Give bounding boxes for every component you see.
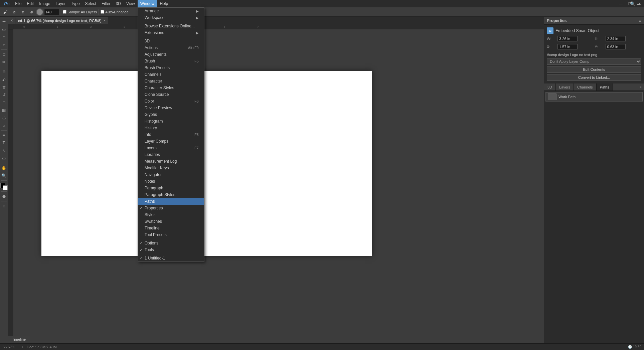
- convert-linked-button[interactable]: Convert to Linked...: [547, 74, 641, 81]
- menu-edit[interactable]: Edit: [24, 0, 36, 7]
- hand-tool[interactable]: ✋: [0, 164, 8, 172]
- dd-workspace[interactable]: Workspace ▶: [138, 14, 204, 21]
- ruler-corner: [8, 24, 13, 29]
- menu-type[interactable]: Type: [68, 0, 83, 7]
- dd-clone-source[interactable]: Clone Source: [138, 91, 204, 98]
- dd-device-preview[interactable]: Device Preview: [138, 105, 204, 111]
- shape-tool[interactable]: ▭: [0, 155, 8, 162]
- eraser-tool[interactable]: ◻: [0, 99, 8, 106]
- dd-character-styles[interactable]: Character Styles: [138, 84, 204, 91]
- dd-adjustments[interactable]: Adjustments: [138, 51, 204, 58]
- dd-extensions[interactable]: Extensions ▶: [138, 29, 204, 36]
- marquee-tool[interactable]: ▭: [0, 26, 8, 33]
- pen-tool[interactable]: ✒: [0, 132, 8, 139]
- dd-actions[interactable]: Actions Alt+F9: [138, 44, 204, 51]
- menu-view[interactable]: View: [124, 0, 138, 7]
- menu-image[interactable]: Image: [36, 0, 53, 7]
- lasso-tool[interactable]: ⊂: [0, 33, 8, 41]
- tool-separator6: [1, 191, 7, 192]
- dd-color[interactable]: Color F6: [138, 98, 204, 105]
- document-tab[interactable]: ed-1 @ 66.7% (thump design Logo no text,…: [15, 17, 108, 24]
- eyedropper-tool[interactable]: ✏: [0, 58, 8, 66]
- type-tool[interactable]: T: [0, 139, 8, 147]
- dd-info[interactable]: Info F8: [138, 131, 204, 138]
- dodge-tool[interactable]: ○: [0, 122, 8, 129]
- brush-tool[interactable]: 🖌: [0, 76, 8, 83]
- menu-file[interactable]: File: [12, 0, 24, 7]
- brush-color-swatch[interactable]: [36, 8, 43, 16]
- dd-untitled-1[interactable]: ✓ 1 Untitled-1: [138, 255, 204, 261]
- layer-comp-select[interactable]: Don't Apply Layer Comp: [547, 58, 641, 65]
- dd-measurement-log[interactable]: Measurement Log: [138, 158, 204, 165]
- dd-timeline[interactable]: Timeline: [138, 225, 204, 231]
- dd-options[interactable]: ✓ Options: [138, 240, 204, 246]
- menu-select[interactable]: Select: [83, 0, 99, 7]
- dd-styles[interactable]: Styles: [138, 211, 204, 218]
- dd-browse-extensions[interactable]: Browse Extensions Online...: [138, 23, 204, 29]
- clone-stamp-tool[interactable]: ✿: [0, 83, 8, 91]
- move-tool[interactable]: ✛: [0, 18, 8, 25]
- tab-paths[interactable]: Paths: [597, 83, 613, 91]
- healing-brush-tool[interactable]: ⊕: [0, 68, 8, 75]
- dd-paragraph[interactable]: Paragraph: [138, 185, 204, 191]
- menu-layer[interactable]: Layer: [53, 0, 68, 7]
- tab-close-btn[interactable]: ×: [104, 19, 106, 22]
- svg-text:1: 1: [57, 25, 58, 28]
- quick-mask-tool[interactable]: ⬤: [0, 193, 8, 200]
- menu-help[interactable]: Help: [157, 0, 171, 7]
- dd-channels[interactable]: Channels: [138, 71, 204, 78]
- dd-brush[interactable]: Brush F5: [138, 58, 204, 64]
- tab-layers[interactable]: Layers: [556, 83, 574, 91]
- dd-history[interactable]: History: [138, 125, 204, 131]
- dd-paragraph-styles[interactable]: Paragraph Styles: [138, 191, 204, 198]
- dd-brush-presets[interactable]: Brush Presets: [138, 64, 204, 71]
- minimize-button[interactable]: —: [616, 0, 625, 7]
- blur-tool[interactable]: ◌: [0, 114, 8, 122]
- dd-character[interactable]: Character: [138, 78, 204, 84]
- restore-button[interactable]: ❐: [625, 0, 635, 7]
- path-item-work-path[interactable]: Work Path: [545, 92, 643, 102]
- foreground-color[interactable]: [0, 183, 8, 190]
- path-selection-tool[interactable]: ↖: [0, 147, 8, 154]
- zoom-tool[interactable]: 🔍: [0, 172, 8, 179]
- dd-3d[interactable]: 3D: [138, 38, 204, 44]
- dd-arrange[interactable]: Arrange ▶: [138, 8, 204, 14]
- dd-notes[interactable]: Notes: [138, 178, 204, 185]
- close-button[interactable]: ✕: [635, 0, 644, 7]
- dd-libraries[interactable]: Libraries: [138, 151, 204, 158]
- screen-mode-tool[interactable]: ⊞: [0, 202, 8, 210]
- auto-enhance-checkbox[interactable]: Auto-Enhance: [101, 10, 129, 14]
- menu-window[interactable]: Window: [138, 0, 157, 7]
- dd-paths[interactable]: Paths: [138, 198, 204, 205]
- dd-tool-presets[interactable]: Tool Presets: [138, 231, 204, 238]
- brush-variant-btn2[interactable]: ⌀: [19, 8, 27, 16]
- dd-layer-comps[interactable]: Layer Comps: [138, 138, 204, 145]
- brush-tool-btn[interactable]: 🖌: [1, 8, 9, 16]
- dd-histogram[interactable]: Histogram: [138, 118, 204, 125]
- brush-variant-btn3[interactable]: ⌀: [27, 8, 35, 16]
- dd-tools[interactable]: ✓ Tools: [138, 246, 204, 253]
- menu-filter[interactable]: Filter: [99, 0, 113, 7]
- brush-size-input[interactable]: [44, 9, 59, 15]
- properties-title: Properties: [547, 18, 567, 23]
- dd-navigator[interactable]: Navigator: [138, 171, 204, 178]
- dd-properties[interactable]: ✓ Properties: [138, 205, 204, 211]
- timeline-tab[interactable]: Timeline: [8, 336, 30, 343]
- close-panel-btn[interactable]: ✕: [8, 17, 15, 24]
- tab-3d[interactable]: 3D: [544, 83, 556, 91]
- crop-tool[interactable]: ⊡: [0, 51, 8, 58]
- dd-swatches[interactable]: Swatches: [138, 218, 204, 225]
- dd-glyphs[interactable]: Glyphs: [138, 111, 204, 118]
- dd-layers[interactable]: Layers F7: [138, 145, 204, 151]
- menu-3d[interactable]: 3D: [113, 0, 124, 7]
- edit-contents-button[interactable]: Edit Contents: [547, 66, 641, 73]
- gradient-tool[interactable]: ▦: [0, 107, 8, 114]
- history-brush-tool[interactable]: ↺: [0, 91, 8, 99]
- tab-channels[interactable]: Channels: [574, 83, 596, 91]
- sample-all-layers-checkbox[interactable]: Sample All Layers: [63, 10, 97, 14]
- panel-menu-btn[interactable]: ≡: [637, 83, 644, 91]
- dd-modifier-keys[interactable]: Modifier Keys: [138, 165, 204, 171]
- quick-select-tool[interactable]: ⌖: [0, 41, 8, 48]
- panel-menu-icon[interactable]: ≡: [639, 18, 641, 23]
- brush-variant-btn1[interactable]: ⌀: [10, 8, 18, 16]
